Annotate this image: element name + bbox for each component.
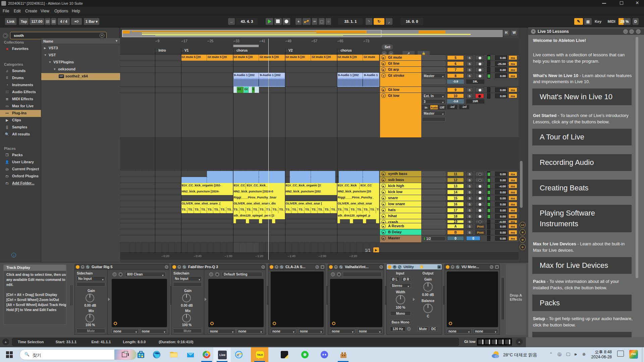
preset-select[interactable]: 800 Clean▼: [125, 272, 166, 277]
delay-ms-low-snare[interactable]: ms: [508, 202, 517, 206]
preset-save-icon[interactable]: ▣: [118, 272, 123, 277]
clip-sub-bass[interactable]: [181, 177, 207, 183]
device-refresh-icon[interactable]: ↻: [490, 265, 493, 269]
clip-hats[interactable]: TS_HIH: [324, 207, 330, 213]
chain-select-1[interactable]: none▼: [271, 329, 296, 334]
expand-track-icon[interactable]: ▶: [381, 61, 386, 66]
clip-sub-bass[interactable]: [339, 177, 363, 183]
clip-hats[interactable]: TS_HIH: [285, 207, 291, 213]
lesson-button-max-for-live[interactable]: Max for Live Devices: [532, 257, 632, 274]
track-number[interactable]: 8: [447, 73, 464, 78]
track-header-crash[interactable]: ▶crash: [380, 219, 421, 223]
preset-folder-icon[interactable]: 🗀: [112, 272, 117, 277]
panel-expand-circle[interactable]: [332, 322, 335, 325]
track-delay-gt-low-9[interactable]: 0.00: [495, 87, 507, 92]
delay-ms-gt-line[interactable]: ms: [508, 61, 517, 66]
clip-sub-bass[interactable]: [290, 177, 311, 183]
pan-control-synth-bass[interactable]: [475, 172, 484, 176]
punch-region-button[interactable]: ⬚: [319, 18, 325, 25]
track-number[interactable]: 18: [447, 214, 464, 219]
clip-hihat[interactable]: sth_drm120_spiegel_p: [337, 213, 379, 219]
track-number[interactable]: 6: [447, 61, 464, 66]
delay-ms-gt-low-9[interactable]: ms: [508, 87, 517, 92]
post-toggle[interactable]: Post: [475, 230, 485, 235]
clip-kick-low[interactable]: HN2_kick_puncture [2024-0: [233, 189, 285, 195]
clip-hats[interactable]: TS_HIH: [291, 207, 298, 213]
device-fabfilter-pro-q-3[interactable]: ▼🔧FabFilter Pro-Q 3↻SidechainNo Input▼Ga…: [171, 264, 266, 335]
record-button[interactable]: [283, 18, 290, 25]
track-io-box[interactable]: Master▼: [422, 111, 445, 116]
beat-time-ruler[interactable]: ⌐9⌐17⌐25⌐33⌐41⌐49⌐57⌐65⌐73▷ Intro▷ V1▷ c…: [120, 39, 519, 55]
lesson-button-whats-new[interactable]: What's New in Live 10: [532, 88, 632, 105]
time-signature-field[interactable]: 4 / 4: [58, 18, 70, 25]
chrome-icon[interactable]: [203, 351, 211, 359]
track-pan-gt-low-10[interactable]: 15R: [466, 99, 484, 104]
clip-sub-bass[interactable]: [363, 177, 379, 183]
track-io-box[interactable]: [422, 178, 445, 182]
expand-track-icon[interactable]: ▶: [381, 55, 386, 60]
loop-brace[interactable]: [233, 45, 259, 47]
clip-kick-low[interactable]: HN2_kick_puncture [2024-: [181, 189, 233, 195]
browser-info-toggle[interactable]: ↕: [11, 253, 16, 257]
clip-gt-mute[interactable]: Gt mute 5 [20: [259, 55, 285, 61]
clip-synth-bass[interactable]: [233, 171, 259, 177]
menu-file[interactable]: File: [3, 9, 9, 13]
expand-track-icon[interactable]: ▶: [381, 178, 386, 182]
groove-amount-2[interactable]: ||||: [51, 18, 56, 25]
track-delay-hihat[interactable]: 0.00: [495, 214, 507, 219]
clip-hats[interactable]: TS_HIH: [201, 207, 207, 213]
clip-synth-bass[interactable]: [259, 171, 285, 177]
device-title-bar[interactable]: ▼🔧ValhallaVint...↻: [328, 264, 384, 270]
track-delay-gt-arp[interactable]: 0.00: [495, 67, 507, 72]
pan-control-gt-arp[interactable]: [475, 67, 484, 72]
solo-button-hihat[interactable]: S: [466, 214, 473, 219]
track-number[interactable]: 16: [447, 202, 464, 206]
start-button[interactable]: [6, 351, 13, 358]
solo-button-gt-line[interactable]: S: [466, 61, 473, 66]
track-number[interactable]: 12: [447, 178, 464, 182]
pixel-pet-icon[interactable]: [339, 351, 347, 359]
clip-hats[interactable]: TS_HIH: [278, 207, 285, 213]
preset-select[interactable]: Default Setting: [222, 272, 262, 277]
track-delay-snare[interactable]: 0.00: [495, 196, 507, 200]
punch-in-button[interactable]: ◝: [366, 18, 372, 25]
track-volume-gt-stroke[interactable]: -3.9: [447, 79, 464, 84]
internet-explorer-icon[interactable]: e: [235, 351, 243, 359]
post-toggle[interactable]: Post: [475, 224, 485, 229]
track-header-hats[interactable]: ▶hats: [380, 207, 421, 213]
solo-button-gt-arp[interactable]: S: [466, 67, 473, 72]
track-number[interactable]: 11: [447, 172, 464, 176]
track-io-box[interactable]: Master▼: [422, 73, 445, 78]
expand-track-icon[interactable]: ▶: [381, 208, 386, 212]
bass-listen-icon[interactable]: ◎: [407, 327, 411, 331]
delay-ms-snare[interactable]: ms: [508, 196, 517, 200]
width-knob[interactable]: [396, 295, 405, 304]
delay-ms-gt-stroke[interactable]: ms: [508, 73, 517, 78]
clip-hats[interactable]: TS_HIH: [246, 207, 252, 213]
track-number[interactable]: 17: [447, 208, 464, 213]
clip-hats[interactable]: TS_HIH: [194, 207, 200, 213]
track-number[interactable]: B: [447, 230, 464, 235]
weather-text[interactable]: 28°C 대체로 맑음: [503, 352, 537, 358]
clip-hats[interactable]: TS_HIH: [298, 207, 304, 213]
track-io-box[interactable]: [422, 67, 445, 72]
lessons-scrollbar[interactable]: [636, 37, 638, 278]
bass-freq-field[interactable]: 120 Hz: [390, 326, 406, 331]
mono-button[interactable]: Mono: [390, 311, 411, 316]
clip-hats[interactable]: TS_HIH: [376, 207, 379, 213]
pan-control-gt-line[interactable]: [475, 61, 484, 66]
chain-select-2[interactable]: none▼: [474, 329, 498, 334]
search-input[interactable]: sooth: [14, 34, 24, 38]
device-on-toggle[interactable]: [446, 265, 449, 269]
lesson-button-recording-audio[interactable]: Recording Audio: [532, 154, 632, 171]
device-utility[interactable]: ▼🔧Utility🖐↻▣InputØ LØ RStereo▼Width100 %…: [386, 264, 442, 335]
device-cla-2a-s-[interactable]: ▼🔧CLA-2A S...↻▣none▼none▼: [268, 264, 325, 335]
maximize-button[interactable]: [620, 1, 623, 5]
track-io-box[interactable]: [422, 224, 445, 229]
lessons-back-icon[interactable]: ←: [623, 29, 628, 34]
pan-control-gt-stroke[interactable]: [475, 73, 484, 78]
expand-arrow-icon[interactable]: ▶: [44, 47, 46, 50]
track-header-gt-arp[interactable]: ▶Gt arp: [380, 67, 421, 73]
delay-ms-sub-bass[interactable]: ms: [508, 178, 517, 182]
clip-sub-bass[interactable]: [233, 177, 259, 183]
